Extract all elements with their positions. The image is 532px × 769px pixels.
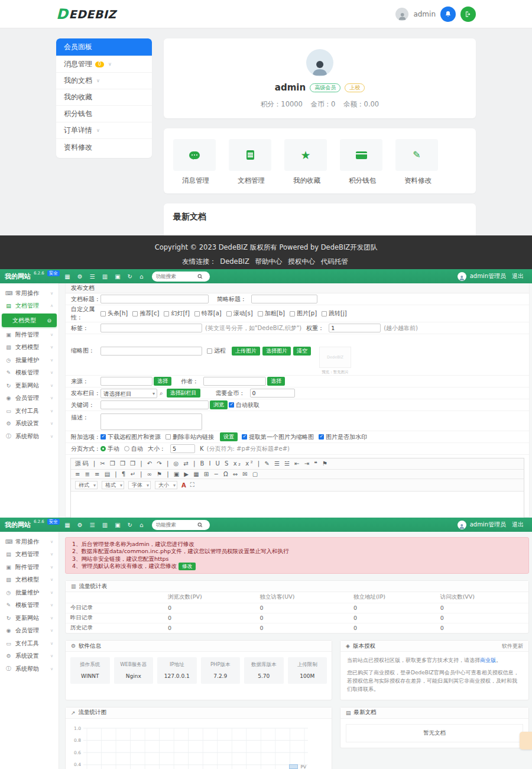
text-color-tool[interactable]: A	[181, 482, 186, 489]
coin-input[interactable]	[250, 389, 295, 398]
admin-logout[interactable]: 退出	[512, 521, 524, 529]
dedebiz-logo[interactable]: DEDEBIZ	[56, 6, 116, 22]
shortcut-edit-profile[interactable]: ✎资料修改	[395, 139, 440, 185]
site-name[interactable]: 我的网站	[5, 521, 31, 529]
menu-settings[interactable]: ⚙系统设置∨	[0, 418, 59, 431]
admin-logout[interactable]: 退出	[512, 272, 524, 280]
site-name[interactable]: 我的网站	[5, 272, 31, 281]
logout-button[interactable]	[460, 7, 476, 22]
doc-title-input[interactable]	[100, 295, 209, 303]
safe-badge[interactable]: 安全	[47, 270, 60, 276]
checkbox-checked-icon[interactable]	[319, 434, 324, 440]
paging-auto-radio-label[interactable]: 自动	[124, 445, 143, 453]
admin-avatar[interactable]	[458, 521, 466, 529]
refresh-icon[interactable]: ↻	[128, 522, 132, 528]
menu-batch-maintain[interactable]: ◷批量维护∨	[0, 354, 59, 367]
sidebar-item-edit-profile[interactable]: 资料修改	[56, 139, 152, 156]
menu-settings[interactable]: ⚙系统设置∨	[0, 650, 59, 663]
search-icon[interactable]	[197, 522, 203, 528]
paging-manual-radio-label[interactable]: 手动	[100, 445, 119, 453]
chart-icon[interactable]: ▥	[102, 273, 108, 280]
admin-user-label[interactable]: admin管理员	[470, 521, 506, 529]
checkbox-icon[interactable]	[100, 311, 106, 316]
maximize-tool[interactable]: ⛶	[190, 482, 194, 489]
sidebar-item-member-panel[interactable]: 会员面板	[56, 38, 152, 56]
auto-fetch-checkbox-label[interactable]: 自动获取	[229, 401, 259, 409]
attr-scroll[interactable]: 滚动[s]	[226, 309, 253, 318]
attr-bold[interactable]: 加粗[b]	[258, 309, 285, 318]
keywords-input[interactable]	[100, 400, 209, 409]
sidebar-item-my-docs[interactable]: 我的文档∨	[56, 73, 152, 89]
function-search-input[interactable]	[156, 273, 195, 279]
attr-jump[interactable]: 跳转[j]	[322, 309, 347, 318]
sidebar-item-wallet[interactable]: 积分钱包	[56, 106, 152, 122]
attr-special[interactable]: 特荐[a]	[194, 309, 222, 318]
menu-payment[interactable]: ▭支付工具∨	[0, 637, 59, 650]
safe-badge[interactable]: 安全	[47, 519, 60, 525]
author-select-button[interactable]: 选择	[267, 377, 285, 386]
menu-help[interactable]: ⓘ系统帮助∨	[0, 663, 59, 676]
tags-input[interactable]	[100, 324, 202, 332]
folder-icon[interactable]: ▣	[115, 522, 120, 528]
checkbox-icon[interactable]	[194, 311, 200, 316]
editor-toolbar-row2[interactable]: ≡ ≣ ≡ ▤ | ¶ ↵ | ∞ ⚑ | ▣ ▶ ▦ ⊞ − Ω ⇔ ✉ ▢	[71, 470, 524, 479]
shortcut-documents[interactable]: 文档管理	[229, 139, 274, 185]
checkbox-icon[interactable]	[207, 348, 212, 354]
clear-button[interactable]: 清空	[293, 347, 311, 356]
notifications-button[interactable]	[440, 7, 456, 22]
checkbox-icon[interactable]	[132, 311, 138, 316]
upload-image-button[interactable]: 上传图片	[232, 347, 260, 356]
menu-doc-manage[interactable]: ▤文档管理∨	[0, 548, 59, 561]
radio-icon[interactable]	[124, 446, 129, 451]
gear-icon[interactable]: ⚙	[77, 273, 83, 280]
commercial-link[interactable]: 商业版	[480, 657, 496, 663]
source-input[interactable]	[100, 377, 153, 386]
author-input[interactable]	[203, 377, 266, 386]
opt-download-remote[interactable]: 下载远程图片和资源	[100, 433, 161, 441]
column-select[interactable]: 请选择栏目	[100, 389, 157, 398]
menu-batch-maintain[interactable]: ◷批量维护∨	[0, 586, 59, 599]
menu-doc-model[interactable]: ▧文档模型∨	[0, 574, 59, 587]
menu-template[interactable]: ✎模板管理∨	[0, 367, 59, 380]
menu-common-ops[interactable]: ⌨常用操作∨	[0, 535, 59, 548]
back-to-top-button[interactable]	[520, 732, 532, 749]
select-image-button[interactable]: 选择图片	[262, 347, 291, 356]
attr-slide[interactable]: 幻灯[f]	[164, 309, 189, 318]
shortcut-messages[interactable]: 消息管理	[173, 139, 218, 185]
shortcut-wallet[interactable]: 积分钱包	[340, 139, 385, 185]
shortcut-favorites[interactable]: ★我的收藏	[284, 139, 329, 185]
menu-update-site[interactable]: ↻更新网站∨	[0, 612, 59, 625]
grid-icon[interactable]: ▦	[64, 273, 70, 280]
opt-watermark[interactable]: 图片是否加水印	[319, 433, 367, 441]
description-textarea[interactable]	[100, 413, 202, 430]
menu-common-ops[interactable]: ⌨常用操作∨	[0, 287, 59, 300]
font-select[interactable]: 字体	[128, 481, 151, 489]
user-avatar[interactable]	[395, 8, 408, 21]
menu-attachments[interactable]: ▣附件管理∨	[0, 328, 59, 341]
home-icon[interactable]: ⌂	[140, 522, 143, 528]
grid-icon[interactable]: ▦	[64, 522, 70, 528]
sidebar-item-messages[interactable]: 消息管理0∨	[56, 56, 152, 73]
radio-selected-icon[interactable]	[100, 446, 106, 451]
profile-avatar[interactable]	[306, 49, 333, 76]
attr-recommend[interactable]: 推荐[c]	[132, 309, 159, 318]
footer-link-code[interactable]: 代码托管	[321, 257, 348, 266]
sub-column-button[interactable]: 选择副栏目	[167, 389, 200, 398]
remote-checkbox-label[interactable]: 远程	[207, 347, 226, 355]
format-select[interactable]: 格式	[102, 481, 124, 489]
menu-payment[interactable]: ▭支付工具∨	[0, 405, 59, 418]
menu-attachments[interactable]: ▣附件管理∨	[0, 561, 59, 574]
checkbox-checked-icon[interactable]	[229, 402, 234, 408]
checkbox-icon[interactable]	[258, 311, 263, 316]
footer-link-license[interactable]: 授权中心	[288, 257, 315, 266]
menu-template[interactable]: ✎模板管理∨	[0, 599, 59, 612]
list-icon[interactable]: ☰	[90, 522, 95, 528]
attr-image[interactable]: 图片[p]	[290, 309, 317, 318]
attr-headline[interactable]: 头条[h]	[100, 309, 128, 318]
search-icon[interactable]	[197, 274, 203, 279]
checkbox-icon[interactable]	[226, 311, 232, 316]
menu-members[interactable]: ◉会员管理∨	[0, 625, 59, 638]
short-title-input[interactable]	[251, 295, 317, 303]
refresh-icon[interactable]: ↻	[128, 273, 132, 280]
size-select[interactable]: 大小	[155, 481, 177, 489]
